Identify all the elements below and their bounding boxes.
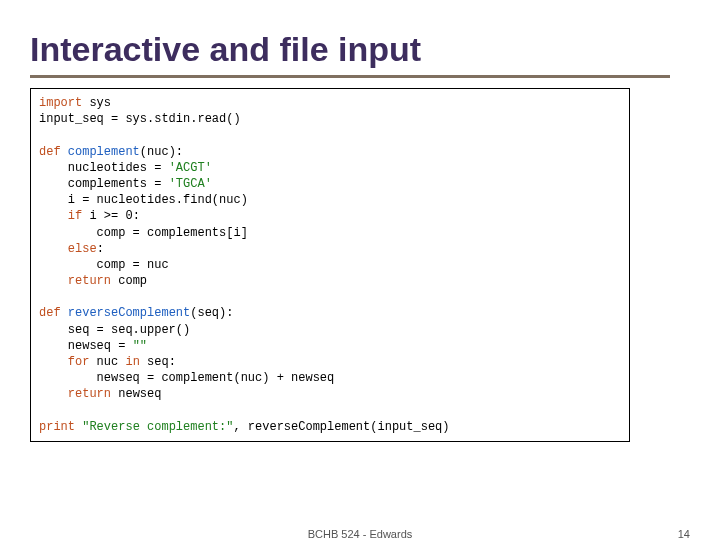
footer-text: BCHB 524 - Edwards bbox=[308, 528, 413, 540]
slide-title: Interactive and file input bbox=[30, 30, 690, 69]
kw-if: if bbox=[68, 209, 82, 223]
func-reversecomplement: reverseComplement bbox=[68, 306, 190, 320]
kw-in: in bbox=[125, 355, 139, 369]
title-underline bbox=[30, 75, 670, 78]
kw-return: return bbox=[68, 387, 111, 401]
kw-def: def bbox=[39, 145, 61, 159]
code-content: import sys input_seq = sys.stdin.read() … bbox=[39, 95, 621, 435]
kw-def: def bbox=[39, 306, 61, 320]
kw-print: print bbox=[39, 420, 75, 434]
page-number: 14 bbox=[678, 528, 690, 540]
kw-else: else bbox=[68, 242, 97, 256]
slide: Interactive and file input import sys in… bbox=[0, 0, 720, 442]
kw-return: return bbox=[68, 274, 111, 288]
kw-for: for bbox=[68, 355, 90, 369]
func-complement: complement bbox=[68, 145, 140, 159]
code-block: import sys input_seq = sys.stdin.read() … bbox=[30, 88, 630, 442]
kw-import: import bbox=[39, 96, 82, 110]
